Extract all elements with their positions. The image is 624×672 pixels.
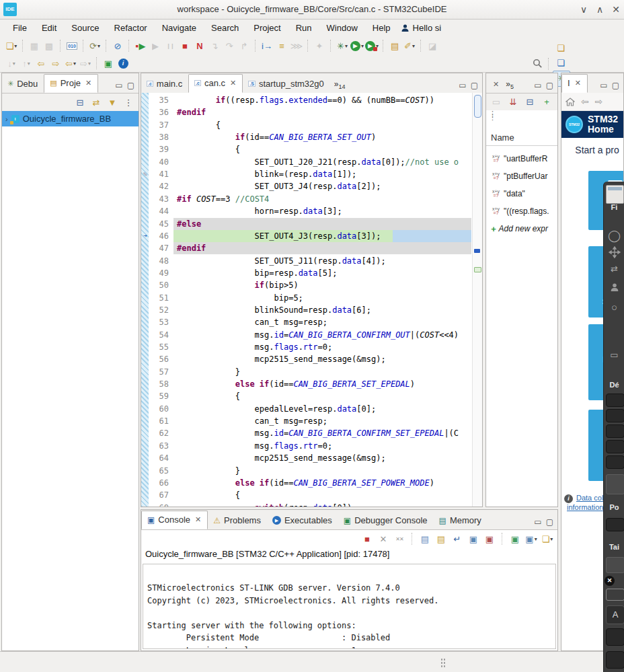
overview-ruler[interactable] — [472, 93, 482, 507]
menu-source[interactable]: Source — [64, 21, 106, 35]
search-icon[interactable] — [531, 57, 544, 71]
show-logical-structure-icon[interactable]: ⇊ — [506, 96, 520, 109]
remove-all-launches-icon[interactable]: ✕✕ — [393, 532, 406, 546]
tab-console[interactable]: ▣Console✕ — [141, 511, 208, 529]
overlay-field[interactable] — [606, 474, 624, 494]
menu-navigate[interactable]: Navigate — [155, 21, 204, 35]
collapse-all-icon[interactable]: ⊟ — [523, 96, 537, 109]
overlay-button[interactable] — [606, 518, 624, 531]
open-element-icon[interactable]: ▤ — [388, 39, 401, 52]
maximize-icon[interactable]: ▢ — [471, 81, 478, 90]
editor-tab-startup_stm32g0[interactable]: .Sstartup_stm32g0 — [243, 75, 329, 93]
add-expression-icon[interactable]: + — [540, 96, 553, 109]
overlay-button[interactable] — [606, 409, 624, 422]
scroll-lock-icon[interactable]: ▤ — [434, 532, 448, 546]
external-tools-icon[interactable]: ▶▾ — [365, 39, 379, 52]
mark-occurrences-icon[interactable]: ✐▾ — [403, 39, 416, 52]
minimize-icon[interactable]: ▭ — [534, 81, 541, 90]
add-expression-row[interactable]: +Add new expr — [486, 220, 557, 237]
new-wizard-icon[interactable]: ❏▾ — [5, 39, 18, 52]
terminate-console-icon[interactable]: ■ — [360, 532, 374, 546]
tab-debugger-console[interactable]: ▣Debugger Console — [338, 512, 434, 529]
close-icon[interactable]: ✕ — [230, 79, 236, 87]
ruler-mark-green[interactable] — [474, 267, 481, 272]
minimize-icon[interactable]: ▭ — [534, 517, 541, 527]
overlay-close-icon[interactable]: ✕ — [604, 576, 615, 586]
close-icon[interactable]: ✕ — [575, 79, 581, 87]
editor-tab-overflow[interactable]: »14 — [330, 79, 347, 93]
menu-search[interactable]: Search — [204, 21, 246, 35]
menu-project[interactable]: Project — [246, 21, 288, 35]
launch-config-icon[interactable]: ⟳▾ — [88, 39, 102, 52]
overlay-field[interactable] — [606, 557, 624, 573]
circle-icon[interactable]: ◯ — [604, 229, 624, 243]
tab-proje[interactable]: ▤Proje✕ — [44, 74, 98, 93]
maximize-icon[interactable]: ▢ — [127, 81, 134, 90]
open-perspective-icon[interactable]: ❏ — [553, 41, 569, 56]
menu-refactor[interactable]: Refactor — [107, 21, 155, 35]
editor-tab-main-c[interactable]: .cmain.c — [141, 75, 188, 93]
hidden-tab-close-icon[interactable]: ✕ — [486, 77, 502, 93]
show-stderr-console-icon[interactable]: ▣ — [483, 532, 496, 546]
forward-icon[interactable]: ⇨ — [595, 96, 603, 107]
menu-window[interactable]: Window — [319, 21, 365, 35]
skip-all-breakpoints-icon[interactable]: ⊘ — [111, 39, 124, 52]
drag-handle[interactable]: ⋮⋮ — [489, 112, 496, 119]
overlay-button[interactable] — [606, 455, 624, 469]
overlay-field[interactable] — [606, 589, 624, 601]
next-edit-location-icon[interactable]: ⇨ — [49, 57, 63, 70]
tree-item-project[interactable]: ›IOuicycle_firmware_BB — [2, 111, 139, 126]
restart-icon[interactable]: ■▶ — [134, 39, 147, 52]
expression-row[interactable]: x+y=?"((resp.flags. — [486, 202, 557, 220]
show-stdout-console-icon[interactable]: ▣ — [467, 532, 480, 546]
close-icon[interactable]: ✕ — [195, 515, 201, 524]
information-center-icon[interactable]: i — [116, 57, 130, 70]
maximize-icon[interactable]: ∧ — [592, 0, 608, 19]
menu-edit[interactable]: Edit — [34, 21, 64, 35]
pin-console-icon[interactable]: ▣ — [508, 532, 522, 546]
remove-launch-icon[interactable]: ✕ — [377, 532, 390, 546]
sash-drag-handle[interactable] — [440, 658, 446, 667]
tab-memory[interactable]: ▤Memory — [434, 512, 488, 529]
monitor-icon[interactable]: ▭ — [604, 350, 624, 360]
open-console-icon[interactable]: ❏▾ — [541, 532, 554, 546]
expression-row[interactable]: x+y=?"uartBufferR — [486, 150, 557, 167]
window-menu-icon[interactable]: ∨ — [576, 0, 592, 19]
menu-run[interactable]: Run — [288, 21, 319, 35]
run-icon[interactable]: ▶▾ — [350, 39, 364, 52]
overlay-button[interactable] — [606, 394, 624, 407]
home-icon[interactable] — [566, 98, 575, 106]
ring-icon[interactable]: ○ — [604, 301, 624, 313]
move-icon[interactable] — [604, 246, 624, 258]
tab-problems[interactable]: ⚠Problems — [208, 512, 267, 529]
word-wrap-icon[interactable]: ↵ — [451, 532, 464, 546]
editor-tab-can-c[interactable]: .ccan.c✕ — [188, 74, 243, 93]
column-header-name[interactable]: Name — [486, 130, 557, 146]
close-icon[interactable]: ✕ — [85, 79, 91, 87]
overlay-button[interactable] — [606, 651, 624, 669]
minimize-icon[interactable]: ▭ — [600, 81, 607, 90]
redo-icon[interactable]: ⇄ — [604, 264, 624, 274]
maximize-icon[interactable]: ▢ — [546, 81, 553, 90]
link-with-editor-icon[interactable]: ⇄ — [89, 96, 103, 109]
back-icon[interactable]: ⇦ — [581, 96, 589, 107]
expression-row[interactable]: x+y=?"data" — [486, 185, 557, 202]
pin-editor-icon[interactable]: ▣ — [102, 57, 115, 70]
build-icon[interactable]: 010 — [65, 39, 79, 52]
user-menu[interactable]: Hello si — [401, 23, 442, 33]
person-icon[interactable] — [604, 283, 624, 292]
disconnect-icon[interactable]: N — [193, 39, 206, 52]
scrollbar-thumb[interactable] — [474, 95, 481, 118]
minimize-icon[interactable]: ▭ — [459, 81, 466, 90]
tab-information-center[interactable]: I ✕ — [561, 74, 588, 93]
maximize-icon[interactable]: ▢ — [612, 81, 619, 90]
overlay-button[interactable] — [606, 628, 624, 646]
code-editor[interactable]: 35 if((resp.flags.extended==0) && (numBB… — [141, 93, 482, 507]
tab-debu[interactable]: ✳Debu — [2, 75, 44, 93]
view-menu-icon[interactable]: ⋮ — [122, 96, 135, 109]
use-step-filters-icon[interactable]: ≡ — [275, 39, 288, 52]
minimize-icon[interactable]: ▭ — [115, 81, 122, 90]
console-output[interactable]: STMicroelectronics ST-LINK GDB server. V… — [143, 564, 556, 649]
overlay-text-button[interactable]: A — [606, 605, 624, 624]
clear-console-icon[interactable]: ▤ — [418, 532, 432, 546]
